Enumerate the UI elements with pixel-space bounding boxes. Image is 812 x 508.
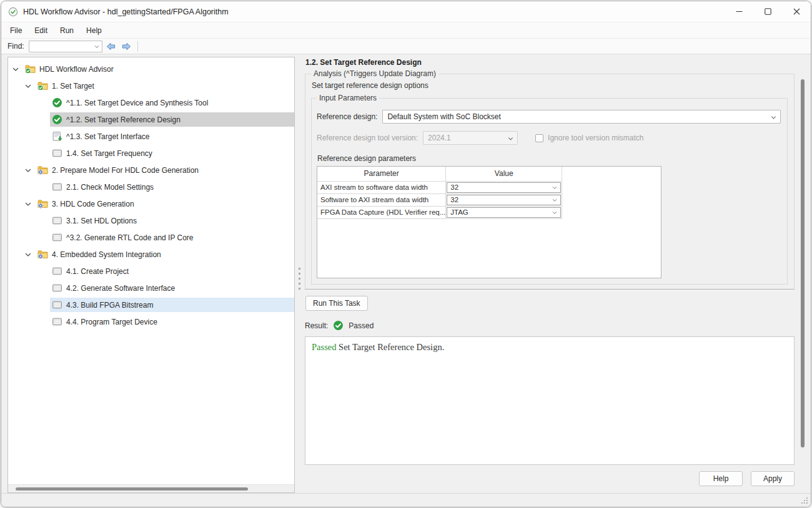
toolbar-separator bbox=[137, 41, 138, 52]
menu-help[interactable]: Help bbox=[80, 22, 108, 38]
tree-item-1-3[interactable]: ^1.3. Set Target Interface bbox=[8, 128, 294, 145]
menu-edit[interactable]: Edit bbox=[28, 22, 54, 38]
close-icon bbox=[793, 8, 800, 15]
chevron-down-icon bbox=[552, 197, 558, 203]
chevron-expanded-icon[interactable] bbox=[24, 250, 34, 260]
chevron-expanded-icon[interactable] bbox=[24, 199, 34, 209]
task-icon bbox=[52, 283, 62, 293]
window-title: HDL Workflow Advisor - hdl_gettingStarte… bbox=[23, 7, 229, 16]
task-icon bbox=[52, 182, 62, 192]
maximize-button[interactable] bbox=[753, 1, 782, 22]
chevron-down-icon bbox=[770, 114, 777, 121]
tree-item-1-4[interactable]: 1.4. Set Target Frequency bbox=[8, 145, 294, 162]
check-circle-icon bbox=[52, 114, 62, 125]
apply-button[interactable]: Apply bbox=[751, 471, 795, 486]
footer-buttons: Help Apply bbox=[305, 465, 795, 493]
ignore-mismatch-label: Ignore tool version mismatch bbox=[548, 134, 643, 142]
chevron-down-icon[interactable] bbox=[94, 44, 100, 50]
analysis-group: Analysis (^Triggers Update Diagram) Set … bbox=[305, 69, 795, 289]
resize-grip-icon[interactable] bbox=[801, 497, 808, 504]
tree-item-3-1[interactable]: 3.1. Set HDL Options bbox=[8, 212, 294, 229]
tree-item-4-2[interactable]: 4.2. Generate Software Interface bbox=[8, 280, 294, 296]
chevron-down-icon bbox=[552, 185, 558, 191]
parameters-table: Parameter Value AXI stream to software d… bbox=[317, 167, 562, 219]
tree-item-2-1[interactable]: 2.1. Check Model Settings bbox=[8, 178, 294, 195]
tool-version-dropdown: 2024.1 bbox=[423, 131, 518, 145]
tool-version-label: Reference design tool version: bbox=[317, 134, 418, 142]
tree-item-4-1[interactable]: 4.1. Create Project bbox=[8, 263, 294, 280]
folder-gear-icon bbox=[37, 249, 48, 260]
find-input[interactable] bbox=[31, 42, 91, 51]
tree-item-4-4[interactable]: 4.4. Program Target Device bbox=[8, 313, 294, 330]
parameters-table-container: Parameter Value AXI stream to software d… bbox=[317, 166, 661, 278]
chevron-expanded-icon[interactable] bbox=[11, 64, 21, 74]
task-icon bbox=[52, 215, 62, 226]
tree-item-2-prepare-model[interactable]: 2. Prepare Model For HDL Code Generation bbox=[8, 162, 294, 178]
table-row: Software to AXI stream data width 32 bbox=[317, 193, 562, 206]
input-parameters-legend: Input Parameters bbox=[317, 94, 379, 102]
title-bar: HDL Workflow Advisor - hdl_gettingStarte… bbox=[1, 1, 811, 22]
panel-splitter[interactable] bbox=[295, 57, 305, 493]
result-status: Passed bbox=[349, 321, 374, 330]
arrow-left-icon bbox=[106, 42, 116, 51]
folder-check-icon bbox=[25, 64, 36, 74]
maximize-icon bbox=[765, 8, 771, 15]
axi-to-sw-width-dropdown[interactable]: 32 bbox=[447, 182, 561, 193]
menu-file[interactable]: File bbox=[4, 22, 28, 38]
table-row: AXI stream to software data width 32 bbox=[317, 181, 562, 193]
reference-design-label: Reference design: bbox=[317, 112, 377, 121]
sw-to-axi-width-dropdown[interactable]: 32 bbox=[447, 195, 561, 205]
minimize-button[interactable] bbox=[725, 1, 753, 22]
tree-horizontal-scrollbar[interactable] bbox=[8, 484, 294, 492]
column-header-parameter: Parameter bbox=[317, 167, 446, 181]
analysis-legend: Analysis (^Triggers Update Diagram) bbox=[311, 69, 438, 78]
folder-gear-icon bbox=[37, 165, 48, 175]
run-this-task-button[interactable]: Run This Task bbox=[305, 296, 368, 311]
find-toolbar: Find: bbox=[1, 39, 811, 54]
chevron-down-icon bbox=[507, 135, 514, 142]
tree-item-1-2-selected[interactable]: ^1.2. Set Target Reference Design bbox=[8, 111, 294, 128]
task-icon bbox=[52, 232, 62, 243]
folder-gear-icon bbox=[37, 198, 48, 209]
reference-design-dropdown[interactable]: Default System with SoC Blockset bbox=[382, 110, 781, 124]
minimize-icon bbox=[736, 8, 743, 15]
find-next-button[interactable] bbox=[120, 40, 134, 52]
fpga-data-capture-dropdown[interactable]: JTAG bbox=[447, 207, 561, 218]
input-parameters-group: Input Parameters Reference design: Defau… bbox=[311, 94, 788, 285]
tree-item-1-set-target[interactable]: 1. Set Target bbox=[8, 77, 294, 94]
table-row: FPGA Data Capture (HDL Verifier req... J… bbox=[317, 206, 562, 218]
find-previous-button[interactable] bbox=[104, 40, 118, 52]
workflow-tree-panel: HDL Workflow Advisor 1. Set Target ^1.1.… bbox=[7, 57, 295, 493]
task-panel: 1.2. Set Target Reference Design Analysi… bbox=[305, 57, 811, 493]
menu-run[interactable]: Run bbox=[54, 22, 80, 38]
tree-item-4-embedded-integration[interactable]: 4. Embedded System Integration bbox=[8, 246, 294, 263]
ignore-mismatch-checkbox[interactable] bbox=[535, 134, 543, 142]
tree-item-1-1[interactable]: ^1.1. Set Target Device and Synthesis To… bbox=[8, 94, 294, 111]
result-label: Result: bbox=[305, 321, 328, 330]
chevron-expanded-icon[interactable] bbox=[24, 81, 34, 91]
task-icon bbox=[52, 266, 62, 276]
task-title: 1.2. Set Target Reference Design bbox=[305, 58, 795, 67]
scrollbar-thumb[interactable] bbox=[16, 487, 248, 491]
status-bar bbox=[1, 493, 811, 507]
task-icon bbox=[52, 300, 62, 310]
result-message-text: Set Target Reference Design. bbox=[336, 342, 444, 352]
window-controls bbox=[725, 1, 811, 22]
tree-item-3-hdl-codegen[interactable]: 3. HDL Code Generation bbox=[8, 195, 294, 212]
tree-item-4-3-highlighted[interactable]: 4.3. Build FPGA Bitstream bbox=[8, 296, 294, 313]
find-combobox[interactable] bbox=[29, 41, 102, 52]
task-icon bbox=[52, 148, 62, 159]
passed-check-icon bbox=[333, 320, 344, 331]
task-panel-vertical-scrollbar[interactable] bbox=[799, 79, 806, 447]
arrow-right-icon bbox=[121, 42, 132, 51]
chevron-expanded-icon[interactable] bbox=[24, 165, 34, 175]
scrollbar-thumb[interactable] bbox=[801, 79, 805, 447]
help-button[interactable]: Help bbox=[699, 471, 743, 486]
tree-item-root[interactable]: HDL Workflow Advisor bbox=[8, 61, 294, 77]
reference-design-parameters-label: Reference design parameters bbox=[317, 154, 781, 163]
section-separator bbox=[305, 289, 795, 290]
splitter-grip-icon bbox=[299, 268, 302, 491]
tree-item-3-2[interactable]: ^3.2. Generate RTL Code and IP Core bbox=[8, 229, 294, 246]
close-button[interactable] bbox=[782, 1, 811, 22]
task-icon bbox=[52, 316, 62, 327]
